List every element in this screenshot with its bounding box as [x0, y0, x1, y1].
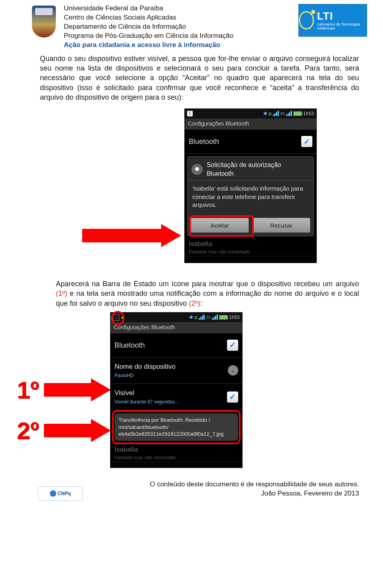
bluetooth-round-icon: ✱ [192, 164, 203, 175]
paired-device-row-2[interactable]: Isabella Pareado mas não conectado [111, 444, 242, 462]
globe-icon [50, 490, 56, 497]
accept-button[interactable]: Aceitar [191, 218, 249, 233]
battery-icon [219, 315, 228, 320]
doc-header: Universidade Federal da Paraíba Centro d… [0, 0, 383, 50]
paired-device-row[interactable]: Isabella Pareado mas não conectado [185, 239, 316, 256]
paired-name: Isabella [189, 240, 312, 249]
p2-c: e na tela será mostrado uma notificação … [56, 289, 359, 307]
footer-line1: O conteúdo deste documento é de responsa… [44, 480, 359, 489]
paired-sub-2: Pareado mas não conectado [115, 454, 238, 461]
hdr-action: Ação para cidadania e acesso livre à inf… [64, 41, 290, 50]
screen-title-2: Configurações Bluetooth [111, 322, 242, 333]
screenshot-1: 1 ✱ ⧈ 3G 1h53 Configurações Bluetooth Bl… [184, 108, 317, 263]
cnpq-label: CNPq [58, 490, 71, 497]
bt-row-2[interactable]: Bluetooth ✓ [111, 333, 242, 358]
hdr-line2: Centro de Ciências Sociais Aplicadas [64, 13, 290, 22]
paragraph-1: Quando o seu dispositivo estiver visível… [0, 50, 383, 106]
download-icon: ↓ [113, 314, 119, 321]
auth-dialog: ✱ Solicitação de autorização Bluetooth '… [187, 156, 314, 236]
signal-icon [273, 111, 279, 116]
paired-sub: Pareado mas não conectado [189, 249, 312, 255]
screen-title: Configurações Bluetooth [185, 118, 316, 130]
signal2-icon [212, 315, 218, 320]
lti-sub: Laboratório de Tecnologias Intelectuais [317, 22, 367, 31]
visible-label: Visível [115, 389, 179, 398]
wifi-icon: ⧈ [194, 314, 197, 321]
paired-name-2: Isabella [115, 445, 238, 454]
visible-sub: Visível durante 87 segundos... [115, 399, 179, 405]
p2-b: (1º) [56, 289, 67, 297]
bt-label: Bluetooth [189, 137, 219, 146]
ufpb-shield-icon [32, 6, 56, 37]
marker-2: 2º [12, 415, 44, 447]
p2-a: Aparecerá na Barra de Estado um ícone pa… [56, 280, 359, 288]
hdr-line3: Departamento de Ciência da Informação [64, 22, 290, 31]
screenshot-2: ↓ ● ✱ ⧈ 3G 1h53 Configurações Bluetooth … [110, 312, 243, 468]
device-name-row[interactable]: Nome do dispositivo PauloHD ⌄ [111, 358, 242, 384]
devname-value: PauloHD [115, 372, 176, 379]
dialog-title: Solicitação de autorização Bluetooth [207, 161, 310, 178]
figure-1-row: 1 ✱ ⧈ 3G 1h53 Configurações Bluetooth Bl… [0, 108, 383, 263]
paragraph-2: Aparecerá na Barra de Estado um ícone pa… [0, 275, 383, 312]
arrow-2-icon [44, 380, 108, 400]
clock: 1h53 [303, 110, 314, 117]
clock: 1h53 [229, 314, 240, 321]
hdr-line1: Universidade Federal da Paraíba [64, 4, 290, 13]
calendar-icon: 1 [187, 111, 193, 116]
status-bar: 1 ✱ ⧈ 3G 1h53 [185, 109, 316, 118]
checkbox-icon[interactable]: ✓ [227, 391, 238, 403]
footer-line2: João Pessoa, Fevereiro de 2013 [44, 489, 359, 498]
toast-notification: Transferência por Bluetooth: Recebido / … [115, 413, 238, 441]
signal-icon [199, 315, 205, 320]
cnpq-logo: CNPq [38, 486, 83, 501]
doc-footer: CNPq O conteúdo deste documento é de res… [0, 480, 383, 498]
arrow-3-icon [44, 421, 108, 441]
bt-label-2: Bluetooth [115, 340, 145, 350]
status-bar-2: ↓ ● ✱ ⧈ 3G 1h53 [111, 313, 242, 322]
data-3g-icon: 3G [206, 315, 211, 320]
bulb-icon [299, 11, 314, 29]
bluetooth-icon: ✱ [263, 110, 267, 117]
hdr-line4: Programa de Pós-Graduação em Ciência da … [64, 31, 290, 41]
checkbox-icon[interactable]: ✓ [301, 136, 312, 147]
devname-label: Nome do dispositivo [115, 362, 176, 372]
arrow-1-icon [82, 226, 182, 246]
header-text: Universidade Federal da Paraíba Centro d… [64, 4, 290, 50]
marker-1: 1º [12, 374, 44, 406]
decline-button[interactable]: Recusar [252, 218, 310, 233]
p2-e: : [200, 299, 202, 307]
chevron-down-icon[interactable]: ⌄ [228, 365, 238, 376]
wifi-icon: ⧈ [268, 110, 272, 117]
visible-row[interactable]: Visível Visível durante 87 segundos... ✓ [111, 384, 242, 410]
battery-icon [293, 111, 302, 116]
checkbox-icon[interactable]: ✓ [227, 340, 238, 351]
dialog-body: 'Isabella' está solicitando informação p… [188, 181, 314, 214]
lti-big: LTI [317, 10, 367, 22]
marker-2-row: 2º [12, 415, 108, 447]
dot-icon: ● [121, 314, 124, 321]
signal2-icon [286, 111, 292, 116]
bluetooth-icon: ✱ [189, 314, 193, 321]
data-3g-icon: 3G [280, 111, 285, 116]
p2-d: (2º) [189, 299, 200, 307]
lti-logo: LTI Laboratório de Tecnologias Intelectu… [298, 4, 367, 37]
bt-row[interactable]: Bluetooth ✓ [185, 130, 316, 154]
